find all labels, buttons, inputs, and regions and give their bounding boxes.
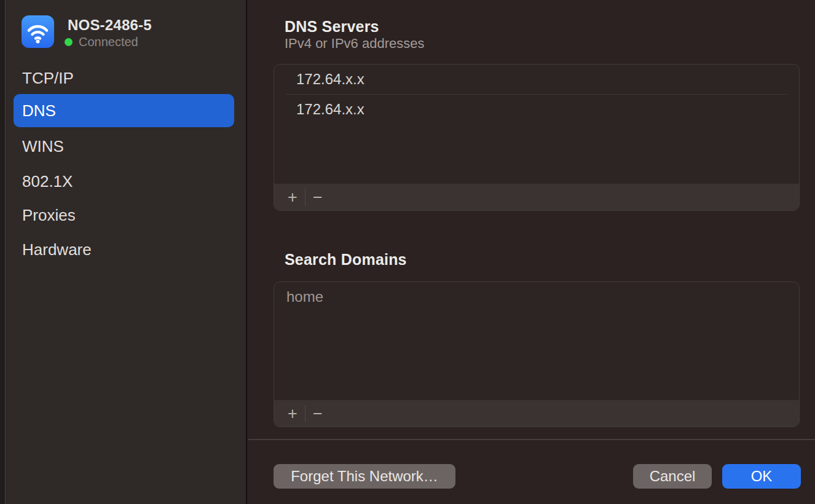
dns-servers-listbox: 172.64.x.x 172.64.x.x + − — [274, 64, 800, 211]
sidebar-item-hardware[interactable]: Hardware — [14, 233, 234, 266]
cancel-button[interactable]: Cancel — [633, 464, 712, 489]
search-domains-toolbar: + − — [274, 400, 799, 427]
dns-servers-title: DNS Servers — [285, 18, 379, 36]
add-search-domain-button[interactable]: + — [280, 400, 305, 427]
connected-dot-icon — [65, 38, 73, 46]
remove-search-domain-button[interactable]: − — [305, 400, 330, 427]
dns-server-row[interactable]: 172.64.x.x — [274, 65, 799, 94]
forget-network-button[interactable]: Forget This Network… — [274, 464, 455, 489]
search-domains-title: Search Domains — [285, 251, 407, 269]
sidebar-item-label: TCP/IP — [22, 69, 74, 88]
search-domain-row[interactable]: home — [274, 282, 799, 312]
sidebar-item-label: WINS — [22, 137, 64, 156]
sidebar-item-dns[interactable]: DNS — [14, 94, 234, 127]
sidebar-item-proxies[interactable]: Proxies — [14, 199, 234, 232]
dns-servers-subtitle: IPv4 or IPv6 addresses — [285, 36, 424, 52]
sidebar-item-tcpip[interactable]: TCP/IP — [14, 61, 234, 95]
dns-server-row[interactable]: 172.64.x.x — [274, 95, 799, 124]
search-domains-listbox: home + − — [274, 282, 800, 427]
sidebar-item-label: Proxies — [22, 206, 76, 225]
sidebar: NOS-2486-5 Connected TCP/IP DNS WINS 802… — [6, 0, 247, 504]
search-domain-value: home — [286, 288, 323, 305]
connection-status-label: Connected — [79, 35, 138, 49]
footer-divider — [248, 439, 815, 440]
sidebar-item-wins[interactable]: WINS — [14, 130, 234, 163]
wifi-icon — [22, 15, 54, 48]
ok-button[interactable]: OK — [722, 464, 801, 489]
remove-dns-server-button[interactable]: − — [305, 184, 330, 211]
network-details-sheet: NOS-2486-5 Connected TCP/IP DNS WINS 802… — [0, 0, 815, 504]
content-pane: DNS Servers IPv4 or IPv6 addresses 172.6… — [248, 0, 815, 504]
window-edge — [0, 0, 6, 504]
sidebar-item-label: DNS — [22, 101, 56, 120]
dns-server-value: 172.64.x.x — [296, 101, 364, 118]
connection-status: Connected — [65, 35, 138, 49]
sidebar-item-label: Hardware — [22, 240, 92, 259]
sidebar-item-8021x[interactable]: 802.1X — [14, 165, 234, 198]
add-dns-server-button[interactable]: + — [280, 184, 305, 211]
sidebar-item-label: 802.1X — [22, 172, 73, 191]
dns-servers-toolbar: + − — [274, 183, 799, 210]
dns-server-value: 172.64.x.x — [296, 71, 364, 88]
network-name: NOS-2486-5 — [68, 17, 152, 34]
